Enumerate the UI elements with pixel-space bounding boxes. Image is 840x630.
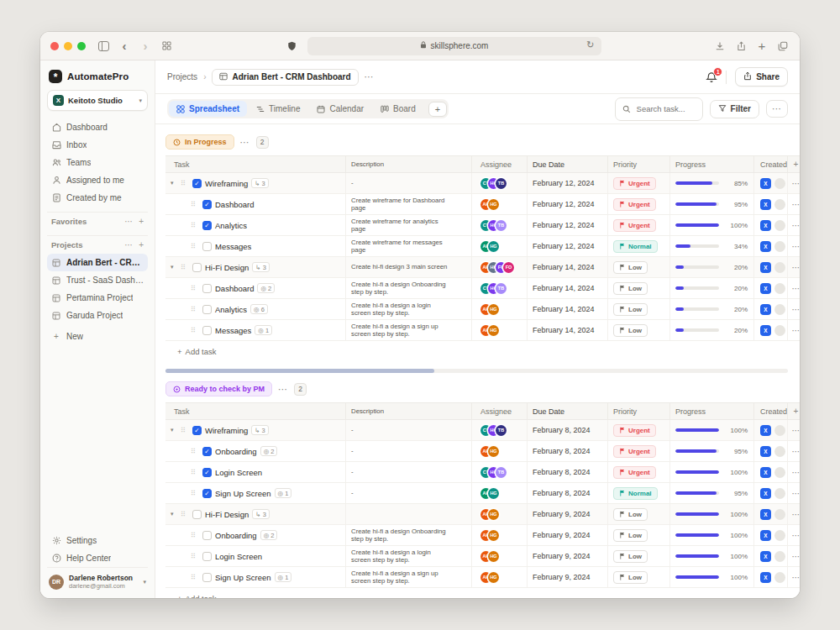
tab-overview-icon[interactable]: [160, 39, 173, 53]
section-menu-button[interactable]: ⋯: [240, 137, 250, 148]
drag-handle-icon[interactable]: ⠿: [191, 490, 199, 497]
row-menu-button[interactable]: ⋯: [787, 215, 800, 235]
row-menu-button[interactable]: ⋯: [787, 441, 800, 461]
task-checkbox[interactable]: ✓: [202, 200, 212, 209]
drag-handle-icon[interactable]: ⠿: [191, 469, 199, 476]
sidebar-item-settings[interactable]: Settings: [47, 532, 148, 549]
add-column-button[interactable]: +: [787, 403, 800, 419]
row-menu-button[interactable]: ⋯: [787, 299, 800, 319]
back-button[interactable]: ‹: [118, 39, 131, 53]
row-menu-button[interactable]: ⋯: [787, 194, 800, 214]
task-row[interactable]: ▾⠿Hi-Fi Design↳ 3Create hi-fi design 3 m…: [165, 257, 800, 278]
task-row[interactable]: ⠿Analytics◎ 6Create hi-fi a design a log…: [165, 299, 800, 320]
task-row[interactable]: ⠿Dashboard◎ 2Create hi-fi a design Onboa…: [165, 278, 800, 299]
user-card[interactable]: DR Darlene Robertson darlene@gmail.com ▾: [47, 567, 148, 591]
search-task-box[interactable]: [615, 97, 703, 121]
window-minimize-button[interactable]: [64, 42, 72, 50]
status-badge[interactable]: In Progress: [165, 134, 234, 150]
projects-add-button[interactable]: +: [139, 240, 144, 249]
collapse-caret-icon[interactable]: ▾: [171, 180, 177, 186]
reload-icon[interactable]: ↻: [586, 39, 594, 50]
row-menu-button[interactable]: ⋯: [787, 504, 800, 524]
sidebar-item-teams[interactable]: Teams: [47, 154, 148, 171]
breadcrumb-projects[interactable]: Projects: [167, 72, 197, 81]
column-header-priority[interactable]: Priority: [607, 403, 669, 419]
task-checkbox[interactable]: ✓: [202, 489, 212, 498]
drag-handle-icon[interactable]: ⠿: [191, 222, 199, 229]
column-header-description[interactable]: Description: [345, 156, 471, 172]
task-row[interactable]: ⠿Messages◎ 1Create hi-fi a design a sign…: [165, 320, 800, 341]
sidebar-item-assigned-to-me[interactable]: Assigned to me: [47, 171, 148, 189]
forward-button[interactable]: ›: [139, 39, 152, 53]
projects-menu-button[interactable]: ⋯: [124, 240, 133, 249]
drag-handle-icon[interactable]: ⠿: [181, 180, 189, 187]
drag-handle-icon[interactable]: ⠿: [191, 553, 199, 560]
address-bar[interactable]: skillsphere.com ↻: [307, 37, 601, 55]
collapse-caret-icon[interactable]: ▾: [171, 511, 177, 517]
task-checkbox[interactable]: [202, 242, 212, 251]
search-task-input[interactable]: [635, 103, 696, 114]
drag-handle-icon[interactable]: ⠿: [191, 448, 199, 455]
sidebar-project-adrian-bert-crm-da[interactable]: Adrian Bert - CRM Da...: [47, 254, 148, 271]
drag-handle-icon[interactable]: ⠿: [191, 285, 199, 292]
browser-sidebar-toggle-icon[interactable]: [97, 39, 110, 53]
task-row[interactable]: ▾⠿✓Wireframing↳ 3-CYHCTBFebruary 8, 2024…: [165, 420, 800, 441]
column-header-task[interactable]: Task: [165, 403, 345, 419]
tab-board[interactable]: Board: [373, 101, 423, 117]
task-checkbox[interactable]: [202, 326, 212, 335]
column-header-assignee[interactable]: Assignee: [471, 403, 527, 419]
task-checkbox[interactable]: ✓: [202, 468, 212, 477]
row-menu-button[interactable]: ⋯: [787, 420, 800, 440]
sidebar-item-created-by-me[interactable]: Created by me: [47, 189, 148, 207]
collapse-caret-icon[interactable]: ▾: [171, 427, 177, 433]
column-header-created[interactable]: Created: [753, 403, 787, 419]
task-row[interactable]: ⠿✓Login Screen-CYHCTBFebruary 8, 2024Urg…: [165, 462, 800, 483]
app-logo[interactable]: * AutomatePro: [47, 68, 148, 90]
column-header-created[interactable]: Created: [753, 156, 787, 172]
row-menu-button[interactable]: ⋯: [787, 173, 800, 193]
drag-handle-icon[interactable]: ⠿: [191, 243, 199, 250]
new-tab-button[interactable]: +: [755, 39, 769, 53]
favorites-add-button[interactable]: +: [139, 217, 144, 226]
breadcrumb-menu-button[interactable]: ⋯: [365, 71, 375, 82]
column-header-progress[interactable]: Progress: [669, 403, 753, 419]
section-menu-button[interactable]: ⋯: [278, 384, 288, 395]
scrollbar-thumb[interactable]: [165, 369, 434, 373]
column-header-due-date[interactable]: Due Date: [527, 156, 607, 172]
drag-handle-icon[interactable]: ⠿: [181, 511, 189, 518]
drag-handle-icon[interactable]: ⠿: [191, 532, 199, 539]
row-menu-button[interactable]: ⋯: [787, 320, 800, 340]
sidebar-project-pertamina-project[interactable]: Pertamina Project: [47, 289, 148, 307]
task-checkbox[interactable]: [192, 510, 202, 519]
task-checkbox[interactable]: ✓: [192, 179, 202, 188]
drag-handle-icon[interactable]: ⠿: [191, 574, 199, 581]
task-checkbox[interactable]: [202, 531, 212, 540]
task-row[interactable]: ⠿Onboarding◎ 2Create hi-fi a design Onbo…: [165, 525, 800, 546]
tab-calendar[interactable]: Calendar: [309, 101, 371, 117]
drag-handle-icon[interactable]: ⠿: [191, 327, 199, 334]
task-checkbox[interactable]: [202, 552, 212, 561]
task-checkbox[interactable]: [202, 305, 212, 314]
task-checkbox[interactable]: ✓: [192, 426, 202, 435]
drag-handle-icon[interactable]: ⠿: [181, 427, 189, 434]
column-header-progress[interactable]: Progress: [669, 156, 753, 172]
task-row[interactable]: ⠿Login ScreenCreate hi-fi a design a log…: [165, 546, 800, 567]
collapse-caret-icon[interactable]: ▾: [171, 264, 177, 270]
column-header-priority[interactable]: Priority: [607, 156, 669, 172]
drag-handle-icon[interactable]: ⠿: [191, 306, 199, 313]
task-row[interactable]: ⠿MessagesCreate wireframe for messages p…: [165, 236, 800, 257]
task-row[interactable]: ⠿✓AnalyticsCreate wireframe for analytic…: [165, 215, 800, 236]
shield-icon[interactable]: [286, 39, 299, 53]
favorites-menu-button[interactable]: ⋯: [124, 217, 133, 226]
row-menu-button[interactable]: ⋯: [787, 462, 800, 482]
task-row[interactable]: ⠿✓DashboardCreate wireframe for Dashboar…: [165, 194, 800, 215]
toolbar-menu-button[interactable]: ⋯: [766, 100, 788, 118]
task-row[interactable]: ▾⠿Hi-Fi Design↳ 3AHHGFebruary 9, 2024Low…: [165, 504, 800, 525]
add-view-button[interactable]: +: [428, 102, 447, 117]
add-task-button[interactable]: +Add task: [165, 588, 800, 598]
drag-handle-icon[interactable]: ⠿: [191, 201, 199, 208]
sidebar-item-dashboard[interactable]: Dashboard: [47, 118, 148, 136]
column-header-task[interactable]: Task: [165, 156, 345, 172]
workspace-selector[interactable]: X Keitoto Studio ▾: [47, 90, 148, 111]
row-menu-button[interactable]: ⋯: [787, 278, 800, 298]
